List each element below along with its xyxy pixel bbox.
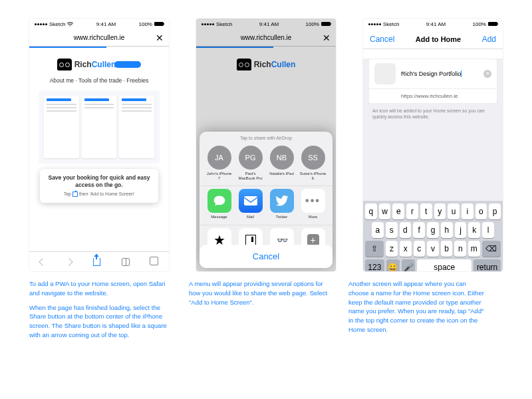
key-o[interactable]: o (475, 203, 487, 219)
airdrop-contact[interactable]: SSSusie's iPhone 6 (299, 146, 327, 180)
key-a[interactable]: a (372, 222, 384, 238)
share-mail[interactable]: Mail (237, 189, 265, 219)
space-key[interactable]: space (417, 259, 471, 271)
key-p[interactable]: p (489, 203, 501, 219)
key-s[interactable]: s (386, 222, 398, 238)
numbers-key[interactable]: 123 (365, 259, 384, 271)
message-icon (207, 189, 231, 213)
airdrop-row: JAJohn's iPhone 7 PGPaul's MacBook Pro N… (200, 143, 332, 186)
key-e[interactable]: e (392, 203, 404, 219)
key-r[interactable]: r (406, 203, 418, 219)
url-bar: www.richcullen.ie ✕ (196, 29, 336, 47)
wifi-icon (67, 22, 73, 27)
preview-cards (39, 90, 160, 164)
url-bar[interactable]: www.richcullen.ie ✕ (29, 29, 169, 47)
svg-rect-0 (244, 196, 257, 205)
add-button[interactable]: Add (482, 35, 496, 44)
return-key[interactable]: return (473, 259, 501, 271)
share-more[interactable]: •••More (299, 189, 327, 219)
key-l[interactable]: l (482, 222, 494, 238)
share-twitter[interactable]: Twitter (268, 189, 296, 219)
caption-3: Another screen will appear where you can… (348, 279, 488, 345)
key-t[interactable]: t (420, 203, 432, 219)
emoji-key[interactable]: 😀 (386, 259, 400, 271)
nav-title: Add to Home (416, 35, 461, 43)
battery-pct: 100% (306, 21, 319, 27)
key-f[interactable]: f (413, 222, 425, 238)
forward-button[interactable] (65, 258, 72, 265)
mail-icon (239, 189, 263, 213)
contact-name: Paul's MacBook Pro (237, 172, 265, 180)
tooltip-sub-post: then 'Add to Home Screen' (79, 192, 134, 196)
battery-icon (321, 22, 331, 26)
airdrop-contact[interactable]: NBNatalia's iPad (268, 146, 296, 180)
status-bar: Sketch 9:41 AM 100% (196, 19, 336, 29)
key-j[interactable]: j (455, 222, 467, 238)
key-m[interactable]: m (468, 241, 480, 257)
share-button[interactable] (93, 258, 100, 266)
logo-rich: Rich (74, 60, 92, 69)
install-tooltip: Save your booking for quick and easy acc… (40, 169, 158, 203)
caption-1: To add a PWA to your Home screen, open S… (29, 279, 169, 345)
back-button[interactable] (39, 258, 46, 265)
key-d[interactable]: d (400, 222, 412, 238)
site-nav: About me · Tools of the trade · Freebies (36, 77, 162, 84)
cancel-button[interactable]: Cancel (200, 245, 332, 268)
app-label: Message (205, 215, 233, 219)
stop-icon[interactable]: ✕ (156, 33, 164, 43)
url-value: https://www.richcullen.ie (401, 93, 491, 99)
airdrop-contact[interactable]: PGPaul's MacBook Pro (237, 146, 265, 180)
tabs-button[interactable] (151, 258, 158, 265)
twitter-icon (270, 189, 294, 213)
page-body: RichCullen About me · Tools of the trade… (29, 48, 169, 203)
key-z[interactable]: z (386, 241, 398, 257)
app-label: More (299, 215, 327, 219)
key-u[interactable]: u (448, 203, 460, 219)
airdrop-contact[interactable]: JAJohn's iPhone 7 (205, 146, 233, 180)
share-icon (72, 192, 78, 197)
key-i[interactable]: i (462, 203, 473, 219)
clock: 9:41 AM (426, 21, 446, 27)
tooltip-title: Save your booking for quick and easy acc… (47, 174, 152, 189)
preview-card (82, 96, 117, 158)
phones-row: Sketch 9:41 AM 100% www.richcullen.ie ✕ … (0, 0, 532, 271)
clear-icon[interactable]: ✕ (483, 70, 491, 78)
stop-icon: ✕ (323, 33, 331, 43)
key-c[interactable]: c (414, 241, 426, 257)
backspace-key[interactable]: ⌫ (482, 241, 501, 257)
more-icon: ••• (301, 189, 325, 213)
key-b[interactable]: b (441, 241, 453, 257)
cancel-button[interactable]: Cancel (370, 35, 394, 44)
share-message[interactable]: Message (205, 189, 233, 219)
preview-card (44, 96, 79, 158)
key-x[interactable]: x (400, 241, 412, 257)
key-n[interactable]: n (454, 241, 466, 257)
text-cursor (461, 70, 462, 77)
key-v[interactable]: v (427, 241, 439, 257)
bookmarks-button[interactable] (122, 258, 130, 266)
name-input[interactable]: Rich's Design Portfolio (401, 70, 478, 78)
keyboard: qwertyuiop asdfghjkl ⇧ zxcvbnm ⌫ 123 😀 🎤… (363, 201, 503, 271)
battery-icon (154, 22, 164, 26)
key-h[interactable]: h (441, 222, 453, 238)
apps-row: Message Mail Twitter •••More (200, 186, 332, 225)
shift-key[interactable]: ⇧ (365, 241, 384, 257)
safari-toolbar (29, 251, 169, 271)
nav-bar: Cancel Add to Home Add (363, 29, 503, 49)
airdrop-header: Tap to share with AirDrop (200, 132, 332, 143)
site-logo: RichCullen (36, 59, 162, 70)
mic-key[interactable]: 🎤 (402, 259, 415, 271)
key-y[interactable]: y (434, 203, 446, 219)
key-k[interactable]: k (468, 222, 480, 238)
phone-share-sheet: Sketch 9:41 AM 100% www.richcullen.ie ✕ … (196, 19, 336, 271)
key-w[interactable]: w (379, 203, 391, 219)
key-q[interactable]: q (365, 203, 377, 219)
logo-face-icon (57, 59, 72, 70)
carrier: Sketch (216, 21, 232, 27)
phone-safari: Sketch 9:41 AM 100% www.richcullen.ie ✕ … (29, 19, 169, 271)
battery-pct: 100% (139, 21, 152, 27)
key-g[interactable]: g (427, 222, 439, 238)
caption-text: To add a PWA to your Home screen, open S… (29, 279, 169, 298)
progress-bar (196, 47, 273, 48)
contact-initials: SS (301, 146, 325, 170)
